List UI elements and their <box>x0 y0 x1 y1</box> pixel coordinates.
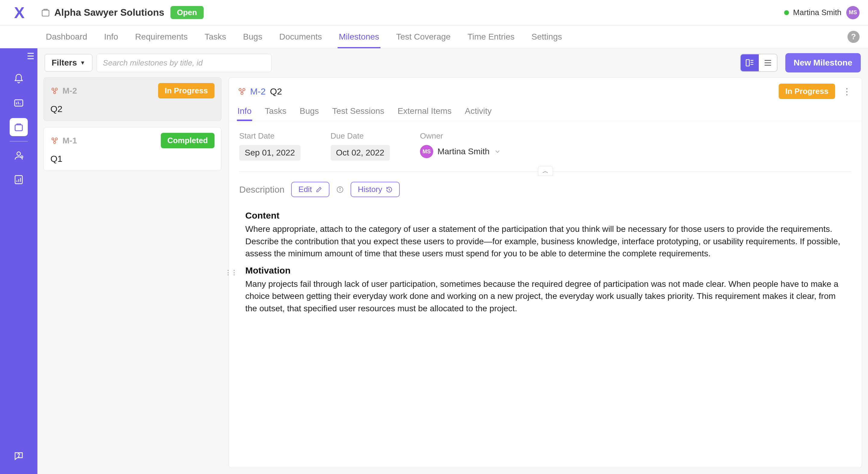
edit-description-button[interactable]: Edit <box>291 182 330 197</box>
svg-point-19 <box>54 141 56 143</box>
nav-test-coverage[interactable]: Test Coverage <box>388 25 459 48</box>
top-header: X Alpha Sawyer Solutions Open Martina Sm… <box>0 0 868 25</box>
milestone-card[interactable]: M-1 Completed Q1 <box>43 127 221 171</box>
milestone-id: M-1 <box>62 136 77 146</box>
milestone-card[interactable]: M-2 In Progress Q2 <box>43 77 221 121</box>
detail-id-link[interactable]: M-2 <box>250 86 266 97</box>
milestone-title: Q1 <box>51 154 215 164</box>
milestone-icon <box>51 87 59 95</box>
main-nav: Dashboard Info Requirements Tasks Bugs D… <box>0 25 868 48</box>
history-button[interactable]: History <box>350 182 400 197</box>
info-icon[interactable] <box>336 186 344 194</box>
rail-support[interactable] <box>10 447 28 465</box>
search-input[interactable] <box>97 54 272 72</box>
detail-title: Q2 <box>270 86 282 97</box>
detail-header: M-2 Q2 In Progress ⋮ <box>229 78 862 99</box>
due-date-value[interactable]: Oct 02, 2022 <box>331 145 390 160</box>
status-badge: In Progress <box>158 83 215 98</box>
logo-x-icon: X <box>14 4 24 22</box>
kebab-menu-icon[interactable]: ⋮ <box>841 86 853 97</box>
milestone-icon <box>51 137 59 145</box>
view-toggle <box>740 54 777 72</box>
current-user-avatar[interactable]: MS <box>846 6 860 19</box>
desc-heading: Content <box>245 210 845 221</box>
owner-label: Owner <box>420 131 501 141</box>
nav-documents[interactable]: Documents <box>271 25 330 48</box>
svg-rect-2 <box>15 125 22 131</box>
status-badge: Completed <box>161 133 215 148</box>
current-user-name[interactable]: Martina Smith <box>793 8 841 17</box>
detail-meta: Start Date Sep 01, 2022 Due Date Oct 02,… <box>229 121 862 164</box>
desc-heading: Motivation <box>245 265 845 276</box>
nav-dashboard[interactable]: Dashboard <box>37 25 96 48</box>
app-logo[interactable]: X <box>0 4 37 22</box>
svg-point-25 <box>340 188 340 188</box>
view-list-icon[interactable] <box>759 54 777 71</box>
milestone-list: M-2 In Progress Q2 M-1 Completed Q1 <box>43 77 221 468</box>
rail-collapse-icon[interactable]: ☰ <box>27 51 34 61</box>
filters-button[interactable]: Filters ▼ <box>45 54 92 71</box>
nav-time-entries[interactable]: Time Entries <box>459 25 523 48</box>
view-card-icon[interactable] <box>741 54 759 71</box>
project-status-badge[interactable]: Open <box>170 6 204 19</box>
start-date-label: Start Date <box>239 131 301 141</box>
start-date-value[interactable]: Sep 01, 2022 <box>239 145 301 160</box>
rail-projects[interactable] <box>10 118 28 136</box>
svg-rect-1 <box>15 100 23 106</box>
nav-settings[interactable]: Settings <box>523 25 570 48</box>
chevron-down-icon <box>494 148 501 155</box>
milestone-detail-panel: ⋮⋮ M-2 Q2 In Progress ⋮ Info Tasks Bugs … <box>229 77 862 468</box>
history-icon <box>386 186 393 193</box>
resize-handle-icon[interactable]: ⋮⋮ <box>225 269 237 276</box>
tab-test-sessions[interactable]: Test Sessions <box>332 106 384 121</box>
tab-external-items[interactable]: External Items <box>398 106 452 121</box>
project-icon <box>40 7 51 18</box>
svg-rect-0 <box>42 10 49 16</box>
tab-bugs[interactable]: Bugs <box>300 106 319 121</box>
milestones-toolbar: Filters ▼ New Milestone <box>37 48 868 77</box>
nav-requirements[interactable]: Requirements <box>127 25 196 48</box>
main-area: Filters ▼ New Milestone <box>37 48 868 474</box>
svg-rect-7 <box>746 59 749 66</box>
svg-point-3 <box>17 152 21 155</box>
owner-avatar: MS <box>420 145 433 158</box>
svg-point-4 <box>21 156 23 158</box>
collapse-toggle-icon[interactable]: ︿ <box>538 166 553 176</box>
side-rail: ☰ <box>0 48 37 474</box>
rail-dashboard[interactable] <box>10 94 28 112</box>
nav-milestones[interactable]: Milestones <box>330 25 388 48</box>
owner-name: Martina Smith <box>437 147 490 156</box>
filters-label: Filters <box>52 58 77 68</box>
desc-paragraph: Many projects fail through lack of user … <box>245 278 845 315</box>
presence-dot-icon <box>784 10 789 15</box>
rail-users[interactable] <box>10 146 28 165</box>
caret-down-icon: ▼ <box>80 60 85 66</box>
tab-info[interactable]: Info <box>238 106 252 121</box>
svg-point-16 <box>54 91 56 94</box>
milestone-id: M-2 <box>62 86 77 96</box>
nav-info[interactable]: Info <box>96 25 127 48</box>
tab-tasks[interactable]: Tasks <box>265 106 287 121</box>
help-icon[interactable]: ? <box>847 31 860 43</box>
milestone-icon <box>238 87 247 96</box>
svg-point-6 <box>19 456 19 457</box>
nav-tasks[interactable]: Tasks <box>196 25 235 48</box>
owner-picker[interactable]: MS Martina Smith <box>420 145 501 158</box>
tab-activity[interactable]: Activity <box>465 106 492 121</box>
new-milestone-button[interactable]: New Milestone <box>785 53 861 72</box>
svg-point-22 <box>241 92 243 94</box>
description-header: Description Edit History <box>229 175 862 200</box>
section-divider: ︿ <box>239 168 851 175</box>
due-date-label: Due Date <box>331 131 390 141</box>
pencil-icon <box>316 186 322 193</box>
description-body: Content Where appropriate, attach to the… <box>229 200 862 468</box>
detail-tabs: Info Tasks Bugs Test Sessions External I… <box>229 99 862 121</box>
nav-bugs[interactable]: Bugs <box>235 25 271 48</box>
rail-divider <box>10 141 28 142</box>
project-name[interactable]: Alpha Sawyer Solutions <box>54 7 164 18</box>
description-label: Description <box>239 184 284 195</box>
rail-reports[interactable] <box>10 171 28 189</box>
detail-status-badge[interactable]: In Progress <box>779 84 835 99</box>
milestone-title: Q2 <box>51 104 215 114</box>
rail-notifications[interactable] <box>10 70 28 88</box>
